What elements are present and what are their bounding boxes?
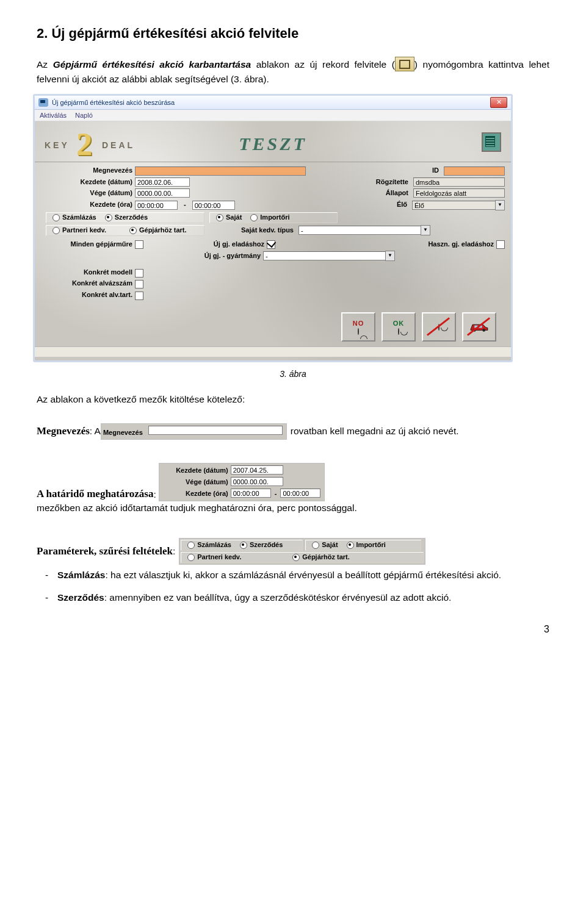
dropdown-uj-gyartmany[interactable]: - ▼ [263, 251, 395, 261]
slash-icon [427, 317, 450, 336]
after-caption: Az ablakon a következő mezők kitöltése k… [37, 393, 549, 406]
brand-2: 2 [76, 123, 92, 167]
label-konkret-alvaz: Konkrét alvázszám [41, 279, 132, 288]
radio-szerzodes[interactable]: Szerződés [105, 213, 148, 222]
snip-radio-gepj[interactable]: Gépjárhöz tart. [292, 553, 350, 562]
checkbox-haszn-eladas[interactable] [496, 240, 505, 249]
car-disabled-button[interactable] [462, 312, 496, 342]
radio-gepjarhoz[interactable]: Gépjárhöz tart. [129, 226, 187, 235]
snip-input-t2[interactable]: 00:00:00 [280, 489, 320, 498]
label-rogzitette: Rögzítette [347, 177, 411, 187]
checkbox-konkret-alvtart[interactable] [135, 292, 143, 300]
dash-sep: - [180, 200, 190, 209]
label-kezd-ora: Kezdete (óra) [41, 200, 132, 209]
item2-lead: Szerződés [57, 592, 104, 603]
svg-point-1 [482, 329, 485, 332]
input-kezd-ora-ig[interactable]: 00:00:00 [192, 201, 235, 210]
checkbox-konkret-alvaz[interactable] [135, 280, 143, 288]
input-vege-datum[interactable]: 0000.00.00. [135, 188, 190, 198]
row-megnevezes: Megnevezés ID [41, 166, 505, 175]
radio-group-tipus: Számlázás Szerződés [46, 212, 204, 223]
dialog-titlebar: Új gépjármű értékesítési akció beszúrása… [35, 96, 511, 110]
snip-label-vege-d: Vége (dátum) [161, 478, 231, 487]
input-id[interactable] [444, 167, 505, 176]
dropdown-elo-value: Élő [412, 201, 495, 210]
status-bar [35, 346, 511, 357]
snip-radio-row1b: Saját Importőri [305, 540, 421, 551]
snip-radio-szerz[interactable]: Szerződés [240, 540, 283, 550]
item1-lead: Számlázás [57, 570, 105, 580]
snip-input-kezd-d[interactable]: 2007.04.25. [231, 465, 283, 475]
snip-radio-import[interactable]: Importőri [347, 540, 386, 550]
frown-icon [358, 328, 359, 335]
close-icon[interactable]: ✕ [490, 97, 507, 108]
label-sajat-kedv-tipus: Saját kedv. típus [214, 226, 294, 235]
megnev-lead: Megnevezés [37, 424, 90, 439]
hatarido-snippet: Kezdete (dátum) 2007.04.25. Vége (dátum)… [159, 463, 325, 501]
label-allapot: Állapot [347, 188, 411, 198]
snip-input-t1[interactable]: 00:00:00 [231, 489, 271, 498]
label-elo: Élő [346, 200, 410, 209]
param-line: Paraméterek, szűrési feltételek: Számláz… [37, 538, 549, 565]
input-rogzitette: dmsdba [413, 177, 505, 187]
input-kezd-ora-tol[interactable]: 00:00:00 [135, 201, 178, 210]
intro-paragraph: Az Gépjármű értékesítési akció karbantar… [37, 58, 549, 86]
snip-radio-szaml[interactable]: Számlázás [187, 540, 231, 550]
brand-key: KEY [45, 140, 70, 152]
snip-radio-row2: Partneri kedv. Gépjárhöz tart. [181, 552, 424, 563]
label-id: ID [378, 166, 441, 175]
dropdown-sajat-kedv-tipus[interactable]: - ▼ [298, 225, 430, 235]
brand-deal: DEAL [102, 140, 135, 152]
label-megnevezes: Megnevezés [41, 166, 132, 175]
chevron-down-icon[interactable]: ▼ [385, 251, 395, 261]
checkbox-konkret-modell[interactable] [135, 269, 143, 278]
radio-group-forras: Saját Importőri [209, 212, 338, 223]
ok-button[interactable]: OK [382, 312, 416, 342]
figure-caption: 3. ábra [37, 368, 549, 381]
snip-radio-sajat[interactable]: Saját [312, 540, 338, 550]
no-button-label: NO [353, 319, 364, 328]
hatarido-lead: A határidő meghatározása [37, 487, 153, 501]
menu-naplo[interactable]: Napló [75, 111, 93, 120]
dropdown-uj-gyartmany-value: - [263, 251, 385, 260]
menu-aktivalas[interactable]: Aktiválás [40, 111, 67, 120]
list-item: Szerződés: amennyiben ez van beállítva, … [57, 591, 549, 604]
label-konkret-modell: Konkrét modell [41, 268, 132, 277]
snip-label-kezd-d: Kezdete (dátum) [161, 466, 231, 475]
label-haszn-eladas: Haszn. gj. eladáshoz [402, 240, 494, 249]
radio-sajat[interactable]: Saját [216, 213, 242, 222]
header-corner-button[interactable] [482, 132, 501, 152]
dialog-brand-header: KEY 2 DEAL TESZT [35, 121, 511, 162]
checkbox-uj-eladas[interactable] [267, 240, 275, 249]
dropdown-sajat-kedv-value: - [298, 226, 421, 235]
checkbox-minden[interactable] [135, 240, 143, 249]
face-disabled-button[interactable] [422, 312, 456, 342]
dialog-screenshot: Új gépjármű értékesítési akció beszúrása… [33, 94, 513, 362]
hatarido-line: A határidő meghatározása: Kezdete (dátum… [37, 463, 549, 515]
radio-partneri[interactable]: Partneri kedv. [52, 226, 106, 235]
intro-text: Az [37, 59, 53, 70]
page-number: 3 [37, 623, 549, 636]
chevron-down-icon[interactable]: ▼ [495, 200, 505, 210]
chevron-down-icon[interactable]: ▼ [421, 225, 430, 235]
hatarido-colon: : [153, 488, 156, 501]
item1-rest: : ha ezt választjuk ki, akkor a számlázá… [105, 570, 501, 580]
snip-input-megnev[interactable] [148, 426, 283, 435]
dialog-menubar: Aktiválás Napló [35, 110, 511, 121]
megnev-tail: rovatban kell megadni az új akció nevét. [287, 424, 459, 438]
brand-teszt: TESZT [239, 131, 307, 157]
radio-importori[interactable]: Importőri [250, 213, 289, 222]
input-kezd-datum[interactable]: 2008.02.06. [135, 177, 190, 187]
input-megnevezes[interactable] [135, 167, 306, 176]
no-button[interactable]: NO [341, 312, 375, 342]
dropdown-elo[interactable]: Élő ▼ [412, 200, 505, 210]
snip-input-vege-d[interactable]: 0000.00.00. [231, 477, 283, 486]
label-konkret-alvtart: Konkrét alv.tart. [41, 290, 132, 299]
megnev-snippet: Megnevezés [101, 423, 287, 440]
snip-radio-partner[interactable]: Partneri kedv. [187, 553, 241, 562]
item2-rest: : amennyiben ez van beállítva, úgy a sze… [104, 592, 452, 603]
radio-szamlazas[interactable]: Számlázás [52, 213, 96, 222]
dialog-app-icon [38, 98, 48, 107]
section-heading: 2. Új gépjármű értékesítési akció felvit… [37, 24, 549, 43]
megnevezes-line: Megnevezés: A Megnevezés rovatban kell m… [37, 423, 549, 440]
